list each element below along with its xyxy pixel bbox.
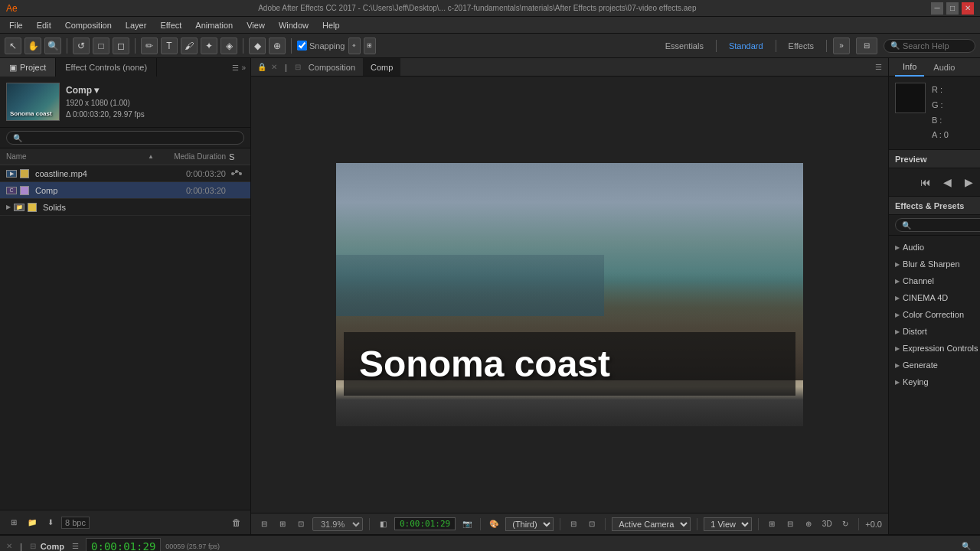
- effect-blur-sharpen[interactable]: ▶ Blur & Sharpen: [889, 256, 980, 272]
- lb-import[interactable]: ⬇: [43, 515, 58, 530]
- effects-search-input[interactable]: [914, 220, 980, 230]
- effect-color-correction[interactable]: ▶ Color Correction: [889, 306, 980, 323]
- effect-cinema4d[interactable]: ▶ CINEMA 4D: [889, 289, 980, 306]
- effect-keying[interactable]: ▶ Keying: [889, 373, 980, 390]
- menu-effect[interactable]: Effect: [154, 19, 188, 31]
- hand-tool[interactable]: ✋: [24, 37, 41, 54]
- vc-btn-render[interactable]: ↻: [838, 517, 852, 531]
- menu-layer[interactable]: Layer: [119, 19, 153, 31]
- zoom-tool[interactable]: 🔍: [44, 37, 61, 54]
- effect-arrow-keying: ▶: [895, 379, 900, 386]
- puppet-tool[interactable]: ◆: [249, 37, 266, 54]
- vc-btn-layout[interactable]: ⊟: [783, 517, 797, 531]
- effect-expression-controls[interactable]: ▶ Expression Controls: [889, 340, 980, 357]
- search-help-input[interactable]: [903, 41, 969, 51]
- file-item-comp[interactable]: C Comp 0:00:03:20: [0, 182, 250, 199]
- vc-btn-3d[interactable]: 3D: [820, 517, 834, 531]
- comp-panel-close[interactable]: ✕: [271, 63, 277, 71]
- menu-file[interactable]: File: [3, 19, 29, 31]
- toolbar-separator-1: [67, 38, 67, 54]
- effect-channel[interactable]: ▶ Channel: [889, 272, 980, 289]
- vc-btn-snap[interactable]: 📷: [460, 517, 474, 531]
- menu-composition[interactable]: Composition: [59, 19, 118, 31]
- menu-edit[interactable]: Edit: [31, 19, 57, 31]
- tab-effect-controls[interactable]: Effect Controls (none): [56, 58, 157, 77]
- preview-prev-frame[interactable]: ◀: [939, 174, 955, 190]
- folder-item-solids[interactable]: ▶ 📁 Solids: [0, 199, 250, 216]
- menu-view[interactable]: View: [240, 19, 271, 31]
- menu-help[interactable]: Help: [316, 19, 346, 31]
- timeline-close[interactable]: ✕: [6, 542, 12, 550]
- comp-panel-header: 🔒 ✕ | ⊟ Composition Comp ☰: [251, 58, 888, 77]
- tab-info[interactable]: Info: [895, 58, 924, 77]
- vc-btn-stereo[interactable]: ⊕: [802, 517, 815, 531]
- tab-project[interactable]: ▣ Project: [0, 58, 56, 77]
- timeline-lock[interactable]: ⊟: [30, 542, 36, 550]
- workspace-expand[interactable]: »: [833, 37, 850, 54]
- workspace-essentials[interactable]: Essentials: [659, 40, 710, 52]
- vc-btn-grid[interactable]: ⊞: [276, 517, 289, 531]
- vc-view-mode[interactable]: (Third): [505, 517, 554, 531]
- menu-window[interactable]: Window: [273, 19, 315, 31]
- minimize-button[interactable]: ─: [931, 2, 943, 15]
- effect-generate[interactable]: ▶ Generate: [889, 357, 980, 373]
- snapping-checkbox[interactable]: [297, 41, 307, 51]
- workspace-standard[interactable]: Standard: [723, 40, 769, 52]
- vc-btn-res[interactable]: ⊡: [585, 517, 599, 531]
- close-button[interactable]: ✕: [962, 2, 974, 15]
- vc-camera-select[interactable]: Active Camera: [612, 517, 691, 531]
- eraser-tool[interactable]: ◈: [220, 37, 237, 54]
- sort-icon: ▲: [148, 153, 154, 160]
- vc-zoom-select[interactable]: 31.9%: [312, 517, 363, 531]
- vc-btn-always-preview[interactable]: ⊟: [257, 517, 271, 531]
- vc-btn-grid2[interactable]: ⊞: [765, 517, 779, 531]
- effect-arrow-blur: ▶: [895, 261, 900, 268]
- effect-distort[interactable]: ▶ Distort: [889, 323, 980, 340]
- snap-btn2[interactable]: ⊞: [364, 37, 376, 54]
- selection-tool[interactable]: ↖: [5, 37, 21, 54]
- lb-trash[interactable]: 🗑: [229, 515, 244, 530]
- vc-views-select[interactable]: 1 View: [704, 517, 752, 531]
- tl-time-display: 0:00:01:29: [86, 538, 161, 552]
- preview-first-frame[interactable]: ⏮: [918, 174, 933, 190]
- folder-icon-solids: 📁: [14, 204, 24, 211]
- comp-panel-icon2: ⊟: [295, 63, 301, 71]
- workspace-options[interactable]: ⊟: [856, 37, 877, 54]
- file-icon-video: ▶: [6, 170, 17, 178]
- snap-btn1[interactable]: ⌖: [348, 37, 361, 54]
- lb-new-comp[interactable]: ⊞: [6, 515, 21, 530]
- menu-animation[interactable]: Animation: [189, 19, 239, 31]
- tab-comp[interactable]: Comp: [363, 58, 400, 76]
- project-panel-menu[interactable]: ☰: [232, 64, 239, 72]
- layer-tool[interactable]: □: [93, 37, 109, 54]
- vc-btn-channels[interactable]: ⊟: [567, 517, 580, 531]
- tl-menu-btn[interactable]: ☰: [69, 540, 81, 552]
- title-bar: Ae Adobe After Effects CC 2017 - C:\User…: [0, 0, 980, 17]
- vc-btn-safe[interactable]: ⊡: [294, 517, 308, 531]
- brush-tool[interactable]: 🖌: [181, 37, 198, 54]
- roto-tool[interactable]: ⊕: [269, 37, 286, 54]
- tl-search[interactable]: 🔍: [959, 539, 974, 552]
- workspace-effects[interactable]: Effects: [782, 40, 820, 52]
- preview-play[interactable]: ▶: [961, 174, 976, 190]
- project-panel-expand[interactable]: »: [241, 64, 246, 72]
- workspace-sep1: [716, 40, 717, 52]
- vc-btn-roi[interactable]: ◧: [376, 517, 390, 531]
- comp-panel-menu[interactable]: ☰: [875, 63, 882, 71]
- text-tool[interactable]: T: [161, 37, 178, 54]
- pen-tool[interactable]: ✏: [141, 37, 158, 54]
- mask-tool[interactable]: ◻: [113, 37, 129, 54]
- lb-folder[interactable]: 📁: [24, 515, 40, 530]
- effects-search-wrap: 🔍: [895, 218, 980, 232]
- app-icon: Ae: [6, 3, 18, 14]
- rotate-tool[interactable]: ↺: [73, 37, 90, 54]
- effect-audio[interactable]: ▶ Audio: [889, 239, 980, 256]
- clone-tool[interactable]: ✦: [201, 37, 217, 54]
- maximize-button[interactable]: □: [946, 2, 959, 15]
- tab-audio[interactable]: Audio: [926, 58, 962, 77]
- toolbar-separator-4: [291, 38, 292, 54]
- vc-btn-color[interactable]: 🎨: [487, 517, 501, 531]
- file-item-coastline[interactable]: ▶ coastline.mp4 0:00:03:20: [0, 165, 250, 182]
- preview-controls: ⏮ ◀ ▶ ▶▶ ⏭: [889, 168, 980, 196]
- project-search-input[interactable]: [25, 133, 237, 142]
